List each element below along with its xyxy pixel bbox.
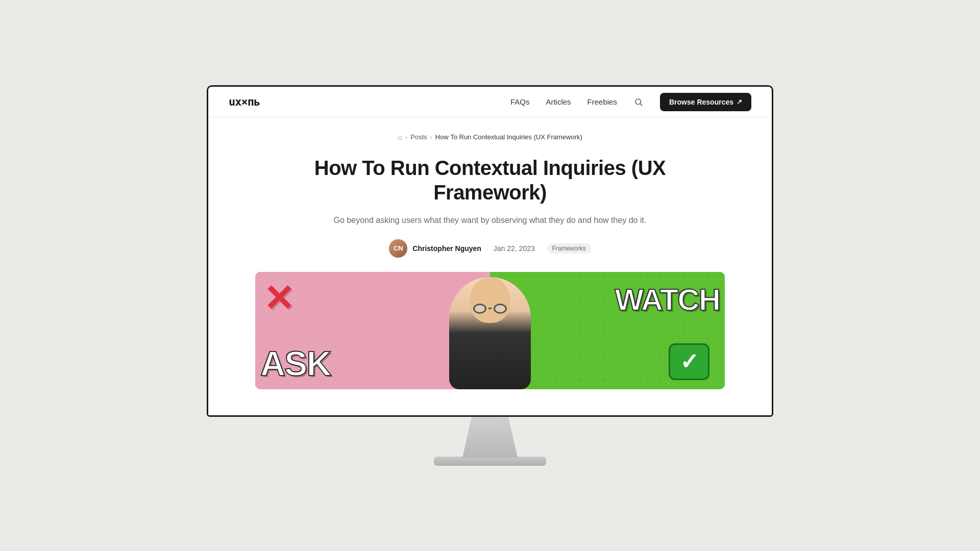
person-glasses-icon: [473, 304, 507, 314]
monitor-base: [434, 457, 546, 466]
navbar: ux⨯пь FAQs Articles Freebies Browse Reso…: [208, 87, 772, 117]
breadcrumb: ⌂ › Posts › How To Run Contextual Inquir…: [229, 133, 751, 141]
person-head: [470, 277, 510, 323]
watch-text: WATCH: [615, 282, 720, 317]
x-mark-icon: ✕: [263, 280, 294, 317]
article-subtitle: Go beyond asking users what they want by…: [306, 214, 674, 227]
main-content: ⌂ › Posts › How To Run Contextual Inquir…: [208, 117, 772, 415]
avatar-initials: CN: [389, 239, 407, 258]
hero-image: ✕ ASK: [255, 272, 725, 389]
browse-resources-label: Browse Resources: [669, 98, 733, 106]
article-tag[interactable]: Frameworks: [547, 243, 591, 254]
svg-point-0: [635, 99, 641, 105]
separator-1: ·: [486, 244, 488, 253]
article-date: Jan 22, 2023: [494, 244, 535, 253]
chevron-icon-2: ›: [430, 134, 432, 141]
nav-links: FAQs Articles Freebies Browse Resources …: [510, 93, 751, 111]
breadcrumb-posts[interactable]: Posts: [410, 133, 427, 141]
home-icon[interactable]: ⌂: [398, 133, 402, 141]
browse-arrow-icon: ↗: [737, 98, 742, 106]
check-mark-icon: ✓: [680, 348, 699, 374]
site-logo[interactable]: ux⨯пь: [229, 95, 260, 108]
article-title: How To Run Contextual Inquiries (UX Fram…: [306, 156, 674, 205]
avatar: CN: [389, 239, 407, 258]
author-row: CN Christopher Nguyen · Jan 22, 2023 · F…: [229, 239, 751, 258]
glasses-right: [494, 304, 507, 314]
search-button[interactable]: [633, 97, 644, 107]
chevron-icon-1: ›: [405, 134, 407, 141]
check-box: ✓: [669, 343, 709, 380]
glasses-left: [473, 304, 486, 314]
monitor-screen: ux⨯пь FAQs Articles Freebies Browse Reso…: [207, 85, 773, 417]
article-header: How To Run Contextual Inquiries (UX Fram…: [306, 156, 674, 227]
author-name[interactable]: Christopher Nguyen: [412, 244, 481, 253]
glasses-bridge: [488, 308, 492, 309]
search-icon: [634, 97, 643, 107]
hero-person: [439, 272, 541, 389]
nav-faqs[interactable]: FAQs: [510, 97, 530, 106]
nav-freebies[interactable]: Freebies: [587, 97, 617, 106]
ask-text: ASK: [260, 343, 331, 383]
breadcrumb-current: How To Run Contextual Inquiries (UX Fram…: [435, 133, 582, 141]
person-body: [449, 277, 531, 389]
separator-2: ·: [540, 244, 542, 253]
browse-resources-button[interactable]: Browse Resources ↗: [660, 93, 751, 111]
nav-articles[interactable]: Articles: [546, 97, 571, 106]
svg-line-1: [640, 104, 642, 106]
monitor-wrapper: ux⨯пь FAQs Articles Freebies Browse Reso…: [204, 85, 776, 466]
monitor-stand: [459, 417, 521, 458]
